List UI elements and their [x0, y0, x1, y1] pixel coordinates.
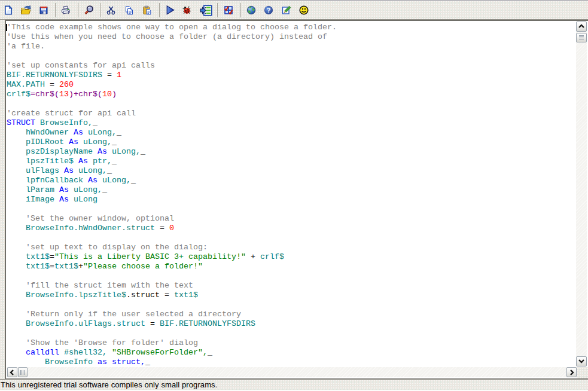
- svg-text:?: ?: [267, 7, 271, 14]
